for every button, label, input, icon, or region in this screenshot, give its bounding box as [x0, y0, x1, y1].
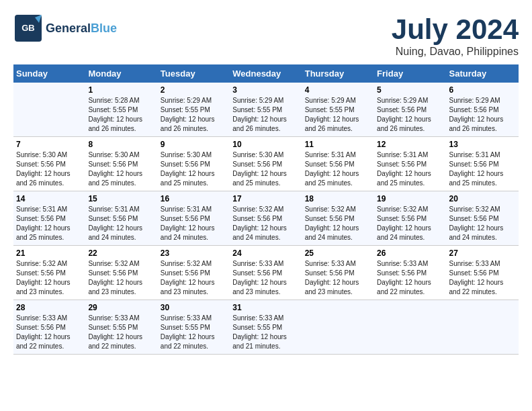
calendar-cell: 10Sunrise: 5:30 AM Sunset: 5:56 PM Dayli… [230, 137, 302, 191]
day-number: 5 [377, 85, 443, 95]
calendar-cell: 7Sunrise: 5:30 AM Sunset: 5:56 PM Daylig… [13, 137, 85, 191]
day-info: Sunrise: 5:30 AM Sunset: 5:56 PM Dayligh… [232, 150, 299, 188]
day-number: 9 [161, 140, 227, 149]
column-header-wednesday: Wednesday [230, 64, 302, 83]
calendar-cell [374, 300, 446, 355]
column-header-tuesday: Tuesday [158, 64, 230, 83]
calendar-week-row: 1Sunrise: 5:28 AM Sunset: 5:55 PM Daylig… [13, 83, 519, 137]
day-number: 2 [161, 85, 227, 95]
calendar-cell: 19Sunrise: 5:32 AM Sunset: 5:56 PM Dayli… [374, 191, 446, 246]
day-info: Sunrise: 5:33 AM Sunset: 5:56 PM Dayligh… [449, 259, 516, 297]
day-info: Sunrise: 5:32 AM Sunset: 5:56 PM Dayligh… [305, 205, 371, 242]
title-block: July 2024 Nuing, Davao, Philippines [392, 13, 519, 58]
day-info: Sunrise: 5:29 AM Sunset: 5:56 PM Dayligh… [449, 96, 516, 134]
day-number: 19 [377, 194, 443, 203]
calendar-cell: 20Sunrise: 5:32 AM Sunset: 5:56 PM Dayli… [447, 191, 519, 246]
calendar-cell: 8Sunrise: 5:30 AM Sunset: 5:56 PM Daylig… [85, 137, 157, 191]
calendar-week-row: 7Sunrise: 5:30 AM Sunset: 5:56 PM Daylig… [13, 137, 519, 191]
day-info: Sunrise: 5:33 AM Sunset: 5:56 PM Dayligh… [16, 314, 83, 351]
day-number: 29 [88, 303, 154, 312]
day-number: 7 [16, 140, 83, 149]
calendar-cell: 2Sunrise: 5:29 AM Sunset: 5:55 PM Daylig… [158, 83, 230, 137]
day-number: 11 [305, 140, 371, 149]
day-number: 26 [377, 248, 443, 258]
day-number: 15 [88, 194, 154, 203]
calendar-cell: 13Sunrise: 5:31 AM Sunset: 5:56 PM Dayli… [447, 137, 519, 191]
page-header: GB GeneralBlue July 2024 Nuing, Davao, P… [13, 13, 519, 58]
column-header-monday: Monday [85, 64, 157, 83]
day-info: Sunrise: 5:33 AM Sunset: 5:55 PM Dayligh… [161, 314, 227, 351]
calendar-cell: 23Sunrise: 5:32 AM Sunset: 5:56 PM Dayli… [158, 246, 230, 300]
day-info: Sunrise: 5:33 AM Sunset: 5:55 PM Dayligh… [88, 314, 154, 351]
day-info: Sunrise: 5:32 AM Sunset: 5:56 PM Dayligh… [16, 259, 83, 297]
calendar-cell: 21Sunrise: 5:32 AM Sunset: 5:56 PM Dayli… [13, 246, 85, 300]
day-info: Sunrise: 5:33 AM Sunset: 5:56 PM Dayligh… [232, 259, 299, 297]
calendar-cell: 31Sunrise: 5:33 AM Sunset: 5:55 PM Dayli… [230, 300, 302, 355]
day-info: Sunrise: 5:30 AM Sunset: 5:56 PM Dayligh… [88, 150, 154, 188]
day-info: Sunrise: 5:32 AM Sunset: 5:56 PM Dayligh… [232, 205, 299, 242]
day-number: 14 [16, 194, 83, 203]
day-number: 30 [161, 303, 227, 312]
day-info: Sunrise: 5:33 AM Sunset: 5:56 PM Dayligh… [377, 259, 443, 297]
calendar-cell: 15Sunrise: 5:31 AM Sunset: 5:56 PM Dayli… [85, 191, 157, 246]
page-subtitle: Nuing, Davao, Philippines [392, 46, 519, 58]
calendar-cell: 28Sunrise: 5:33 AM Sunset: 5:56 PM Dayli… [13, 300, 85, 355]
logo-icon: GB [13, 13, 43, 43]
column-header-friday: Friday [374, 64, 446, 83]
day-info: Sunrise: 5:32 AM Sunset: 5:56 PM Dayligh… [161, 259, 227, 297]
calendar-cell: 24Sunrise: 5:33 AM Sunset: 5:56 PM Dayli… [230, 246, 302, 300]
day-info: Sunrise: 5:33 AM Sunset: 5:56 PM Dayligh… [305, 259, 371, 297]
day-info: Sunrise: 5:31 AM Sunset: 5:56 PM Dayligh… [377, 150, 443, 188]
day-info: Sunrise: 5:31 AM Sunset: 5:56 PM Dayligh… [449, 150, 516, 188]
calendar-cell [302, 300, 374, 355]
day-info: Sunrise: 5:31 AM Sunset: 5:56 PM Dayligh… [305, 150, 371, 188]
day-number: 23 [161, 248, 227, 258]
day-number: 21 [16, 248, 83, 258]
day-number: 20 [449, 194, 516, 203]
calendar-cell: 29Sunrise: 5:33 AM Sunset: 5:55 PM Dayli… [85, 300, 157, 355]
svg-text:GB: GB [21, 23, 35, 33]
day-number: 16 [161, 194, 227, 203]
calendar-cell: 9Sunrise: 5:30 AM Sunset: 5:56 PM Daylig… [158, 137, 230, 191]
calendar-cell: 14Sunrise: 5:31 AM Sunset: 5:56 PM Dayli… [13, 191, 85, 246]
day-number: 1 [88, 85, 154, 95]
day-info: Sunrise: 5:31 AM Sunset: 5:56 PM Dayligh… [161, 205, 227, 242]
day-number: 22 [88, 248, 154, 258]
calendar-cell [13, 83, 85, 137]
calendar-week-row: 28Sunrise: 5:33 AM Sunset: 5:56 PM Dayli… [13, 300, 519, 355]
day-number: 6 [449, 85, 516, 95]
day-number: 24 [232, 248, 299, 258]
calendar-cell: 3Sunrise: 5:29 AM Sunset: 5:55 PM Daylig… [230, 83, 302, 137]
day-number: 18 [305, 194, 371, 203]
day-info: Sunrise: 5:29 AM Sunset: 5:56 PM Dayligh… [377, 96, 443, 134]
day-number: 17 [232, 194, 299, 203]
day-number: 3 [232, 85, 299, 95]
calendar-cell: 17Sunrise: 5:32 AM Sunset: 5:56 PM Dayli… [230, 191, 302, 246]
calendar-header-row: SundayMondayTuesdayWednesdayThursdayFrid… [13, 64, 519, 83]
day-info: Sunrise: 5:31 AM Sunset: 5:56 PM Dayligh… [88, 205, 154, 242]
calendar-cell: 6Sunrise: 5:29 AM Sunset: 5:56 PM Daylig… [447, 83, 519, 137]
page-title: July 2024 [392, 13, 519, 46]
day-info: Sunrise: 5:31 AM Sunset: 5:56 PM Dayligh… [16, 205, 83, 242]
day-info: Sunrise: 5:33 AM Sunset: 5:55 PM Dayligh… [232, 314, 299, 351]
calendar-cell: 25Sunrise: 5:33 AM Sunset: 5:56 PM Dayli… [302, 246, 374, 300]
day-number: 27 [449, 248, 516, 258]
calendar-cell: 12Sunrise: 5:31 AM Sunset: 5:56 PM Dayli… [374, 137, 446, 191]
logo-text: GeneralBlue [46, 21, 117, 36]
day-number: 12 [377, 140, 443, 149]
calendar-table: SundayMondayTuesdayWednesdayThursdayFrid… [13, 64, 519, 355]
calendar-cell: 30Sunrise: 5:33 AM Sunset: 5:55 PM Dayli… [158, 300, 230, 355]
calendar-cell: 26Sunrise: 5:33 AM Sunset: 5:56 PM Dayli… [374, 246, 446, 300]
calendar-week-row: 14Sunrise: 5:31 AM Sunset: 5:56 PM Dayli… [13, 191, 519, 246]
day-info: Sunrise: 5:30 AM Sunset: 5:56 PM Dayligh… [161, 150, 227, 188]
day-info: Sunrise: 5:29 AM Sunset: 5:55 PM Dayligh… [161, 96, 227, 134]
calendar-cell [447, 300, 519, 355]
calendar-week-row: 21Sunrise: 5:32 AM Sunset: 5:56 PM Dayli… [13, 246, 519, 300]
calendar-cell: 16Sunrise: 5:31 AM Sunset: 5:56 PM Dayli… [158, 191, 230, 246]
day-info: Sunrise: 5:29 AM Sunset: 5:55 PM Dayligh… [232, 96, 299, 134]
day-number: 28 [16, 303, 83, 312]
day-number: 25 [305, 248, 371, 258]
day-number: 13 [449, 140, 516, 149]
day-number: 8 [88, 140, 154, 149]
calendar-cell: 5Sunrise: 5:29 AM Sunset: 5:56 PM Daylig… [374, 83, 446, 137]
